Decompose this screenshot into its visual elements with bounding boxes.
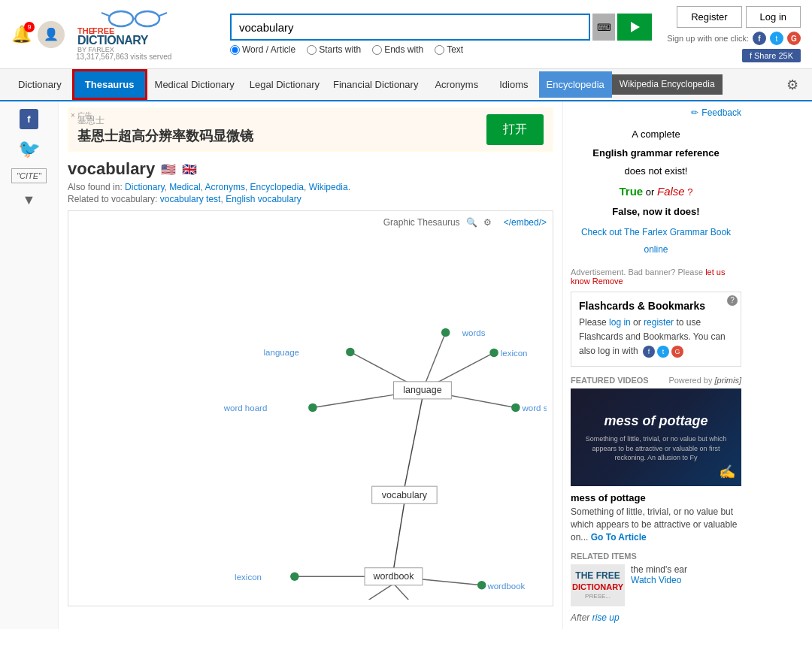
facebook-icon[interactable]: f bbox=[753, 32, 766, 45]
related-thumb-1[interactable]: THE FREE DICTIONARY PRESE... bbox=[571, 564, 625, 606]
link-encyclopedia[interactable]: Encyclopedia bbox=[250, 182, 304, 192]
grammar-now: False, now it does! bbox=[571, 203, 741, 222]
link-vocab-test[interactable]: vocabulary test bbox=[160, 194, 221, 204]
flashcard-text: Please log in or register to use Flashca… bbox=[579, 316, 733, 359]
visit-count: 13,317,567,863 visits served bbox=[76, 53, 215, 61]
link-eng-vocab[interactable]: English vocabulary bbox=[226, 194, 301, 204]
video-caption-title: mess of pottage bbox=[571, 492, 741, 503]
link-medical[interactable]: Medical bbox=[169, 182, 200, 192]
radio-ends[interactable]: Ends with bbox=[372, 44, 423, 55]
radio-word[interactable]: Word / Article bbox=[230, 44, 295, 55]
logo[interactable]: THE FREE DICTIONARY BY FARLEX 13,317,567… bbox=[76, 8, 215, 61]
svg-text:word hoard: word hoard bbox=[223, 404, 268, 413]
search-options: Word / Article Starts with Ends with Tex… bbox=[230, 44, 652, 55]
ad-notice: Advertisement. Bad banner? Please let us… bbox=[571, 268, 741, 286]
keyboard-button[interactable]: ⌨ bbox=[592, 14, 615, 41]
search-button[interactable] bbox=[617, 14, 652, 41]
flag-uk[interactable]: 🇬🇧 bbox=[182, 162, 197, 177]
fb-icon-flashcard[interactable]: f bbox=[643, 346, 655, 358]
true-text: True bbox=[619, 185, 643, 198]
twitter-share[interactable]: 🐦 bbox=[18, 138, 41, 159]
word-heading: vocabulary bbox=[68, 159, 155, 179]
svg-text:vocabulary: vocabulary bbox=[382, 490, 428, 500]
center-content: 基恩士 基恩士超高分辨率数码显微镜 打开 × 广告 vocabulary 🇺🇸 … bbox=[59, 101, 562, 629]
false-text: False bbox=[657, 185, 685, 198]
link-dictionary[interactable]: Dictionary bbox=[125, 182, 164, 192]
link-wikipedia[interactable]: Wikipedia bbox=[309, 182, 348, 192]
graphic-thesaurus-label: Graphic Thesaurus bbox=[383, 217, 460, 228]
radio-starts[interactable]: Starts with bbox=[307, 44, 361, 55]
feedback-link[interactable]: ✏ Feedback bbox=[571, 107, 741, 118]
goto-article-link[interactable]: Go To Article bbox=[591, 532, 647, 543]
tab-medical[interactable]: Medical Dictionary bbox=[147, 71, 242, 98]
flashcard-login[interactable]: log in bbox=[609, 317, 631, 328]
radio-text[interactable]: Text bbox=[435, 44, 463, 55]
or-text: or bbox=[646, 186, 655, 198]
main-layout: f 🐦 "CITE" ▼ 基恩士 基恩士超高分辨率数码显微镜 打开 × 广告 v… bbox=[0, 101, 812, 629]
feedback-label: Feedback bbox=[701, 107, 741, 118]
ad-close[interactable]: × 广告 bbox=[71, 110, 92, 121]
g-icon-flashcard[interactable]: G bbox=[671, 346, 683, 358]
user-avatar[interactable]: 👤 bbox=[38, 21, 65, 48]
nav-tabs: Dictionary Thesaurus Medical Dictionary … bbox=[0, 69, 812, 101]
graph-header: Graphic Thesaurus 🔍 ⚙ </embed/> bbox=[74, 217, 547, 228]
svg-line-20 bbox=[393, 584, 438, 600]
tab-wikipedia[interactable]: Wikipedia Encyclopedia bbox=[612, 74, 723, 95]
tw-icon-flashcard[interactable]: t bbox=[657, 346, 669, 358]
svg-text:BY FARLEX: BY FARLEX bbox=[77, 46, 114, 52]
cite-button[interactable]: "CITE" bbox=[11, 168, 47, 183]
register-button[interactable]: Register bbox=[677, 6, 741, 28]
svg-point-35 bbox=[511, 404, 520, 413]
svg-point-39 bbox=[477, 581, 486, 590]
google-icon[interactable]: G bbox=[787, 32, 801, 45]
ad-remove-link[interactable]: Remove bbox=[592, 277, 623, 286]
ad-chinese-desc: 基恩士超高分辨率数码显微镜 bbox=[77, 127, 253, 145]
tab-acronyms[interactable]: Acronyms bbox=[424, 71, 489, 98]
flag-us[interactable]: 🇺🇸 bbox=[161, 162, 176, 177]
notification-bell[interactable]: 🔔 9 bbox=[11, 25, 32, 44]
svg-text:lexicon: lexicon bbox=[235, 573, 262, 582]
ad-open-button[interactable]: 打开 bbox=[486, 114, 544, 145]
search-input[interactable] bbox=[230, 14, 590, 41]
grammar-link[interactable]: Check out The Farlex Grammar Book online bbox=[571, 224, 741, 258]
share-button[interactable]: f Share 25K bbox=[742, 49, 801, 62]
twitter-icon[interactable]: t bbox=[770, 32, 783, 45]
svg-text:wordbook: wordbook bbox=[372, 571, 414, 582]
search-area: ⌨ Word / Article Starts with Ends with T… bbox=[230, 14, 652, 55]
login-button[interactable]: Log in bbox=[746, 6, 801, 28]
scroll-down-arrow[interactable]: ▼ bbox=[23, 192, 36, 208]
gear-icon[interactable]: ⚙ bbox=[780, 71, 804, 99]
facebook-share[interactable]: f bbox=[20, 109, 38, 129]
question-mark[interactable]: ? bbox=[727, 295, 738, 306]
tab-idioms[interactable]: Idioms bbox=[489, 71, 538, 98]
svg-text:language: language bbox=[403, 385, 441, 395]
question-text: ? bbox=[687, 186, 692, 198]
primis-logo: [primis] bbox=[715, 376, 741, 385]
svg-text:language: language bbox=[264, 348, 299, 357]
tab-dictionary[interactable]: Dictionary bbox=[8, 71, 72, 98]
thesaurus-graph-svg: language vocabulary wordbook words langu… bbox=[74, 231, 547, 600]
search-graph-icon[interactable]: 🔍 bbox=[466, 217, 477, 228]
tab-encyclopedia[interactable]: Encyclopedia bbox=[539, 71, 612, 98]
settings-graph-icon[interactable]: ⚙ bbox=[483, 217, 492, 228]
svg-point-37 bbox=[290, 572, 299, 581]
grammar-does-not: does not exist! bbox=[571, 162, 741, 181]
embed-link[interactable]: </embed/> bbox=[504, 217, 547, 228]
related-item-1: THE FREE DICTIONARY PRESE... the mind's … bbox=[571, 564, 741, 606]
tab-thesaurus[interactable]: Thesaurus bbox=[72, 69, 147, 100]
svg-line-15 bbox=[404, 397, 423, 488]
watch-video-link[interactable]: Watch Video bbox=[631, 575, 687, 585]
svg-text:lexicon: lexicon bbox=[501, 349, 528, 358]
tab-financial[interactable]: Financial Dictionary bbox=[327, 71, 424, 98]
link-acronyms[interactable]: Acronyms bbox=[205, 182, 245, 192]
right-sidebar: ✏ Feedback A complete English grammar re… bbox=[562, 101, 749, 629]
svg-text:wordbook: wordbook bbox=[486, 582, 525, 591]
ad-banner: 基恩士 基恩士超高分辨率数码显微镜 打开 × 广告 bbox=[68, 107, 553, 152]
video-thumbnail[interactable]: mess of pottage Something of little, tri… bbox=[571, 388, 741, 486]
feedback-icon: ✏ bbox=[691, 107, 698, 118]
related-text-1: the mind's ear Watch Video bbox=[631, 564, 687, 585]
tab-legal[interactable]: Legal Dictionary bbox=[242, 71, 327, 98]
flashcard-register[interactable]: register bbox=[644, 317, 674, 328]
video-caption-text: Something of little, trivial, or no valu… bbox=[571, 506, 741, 543]
svg-point-0 bbox=[109, 11, 133, 26]
